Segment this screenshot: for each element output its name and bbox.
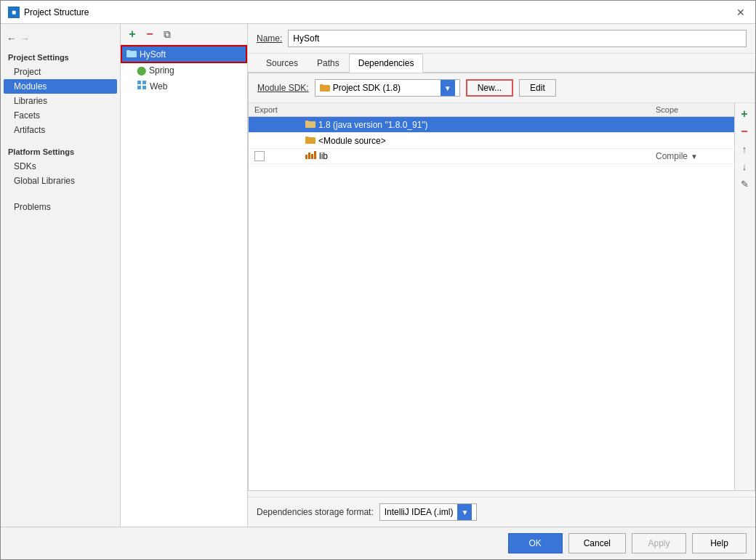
tree-item-hysoft[interactable]: HySoft [121, 45, 247, 63]
sidebar-item-libraries[interactable]: Libraries [1, 94, 120, 108]
tree-item-spring-label: Spring [149, 65, 174, 76]
table-row[interactable]: lib Compile ▼ [249, 149, 734, 164]
tree-item-web[interactable]: Web [121, 78, 247, 94]
title-bar-left: ■ Project Structure [8, 7, 89, 18]
svg-rect-5 [142, 86, 146, 89]
sdk-value: Project SDK (1.8) [333, 83, 401, 93]
sidebar-item-libraries-label: Libraries [14, 96, 47, 106]
sdk-dropdown-button[interactable]: ▼ [441, 80, 455, 96]
sdk-select[interactable]: Project SDK (1.8) ▼ [315, 79, 460, 97]
sidebar-item-sdks[interactable]: SDKs [1, 159, 120, 174]
svg-rect-4 [137, 86, 141, 89]
tab-paths-label: Paths [317, 58, 339, 68]
svg-rect-3 [142, 81, 146, 84]
sidebar-item-sdks-label: SDKs [14, 161, 36, 171]
remove-dep-button[interactable]: − [736, 123, 752, 139]
tree-item-web-label: Web [150, 81, 167, 92]
remove-module-button[interactable]: − [142, 27, 157, 41]
apply-button[interactable]: Apply [632, 533, 686, 553]
bottom-bar: OK Cancel Apply Help [1, 527, 755, 559]
scope-dropdown-icon[interactable]: ▼ [691, 153, 698, 161]
sidebar: ← → Project Settings Project Modules Lib… [1, 24, 121, 527]
spring-icon: ⬤ [137, 65, 146, 76]
sidebar-item-facets-label: Facets [14, 110, 40, 121]
col-header-scope: Scope [656, 105, 728, 114]
main-content: ← → Project Settings Project Modules Lib… [1, 24, 755, 527]
move-down-button[interactable]: ↓ [736, 158, 752, 174]
col-header-export: Export [254, 105, 305, 114]
dep-name-label: <Module source> [318, 136, 386, 146]
sidebar-item-facets[interactable]: Facets [1, 108, 120, 123]
tab-dependencies-label: Dependencies [358, 58, 414, 68]
copy-module-button[interactable]: ⧉ [160, 27, 174, 41]
table-row[interactable]: 1.8 (java version "1.8.0_91") [249, 117, 734, 133]
name-row: Name: [248, 24, 755, 54]
storage-dropdown-button[interactable]: ▼ [457, 504, 472, 520]
module-panel: + − ⧉ HySoft ⬤ Spring [121, 24, 248, 527]
tab-content-dependencies: Module SDK: Project SDK (1.8) ▼ [248, 73, 755, 491]
svg-rect-9 [305, 121, 309, 123]
add-module-button[interactable]: + [125, 27, 140, 41]
export-checkbox[interactable] [254, 151, 265, 161]
cancel-button[interactable]: Cancel [568, 533, 626, 553]
svg-rect-7 [320, 84, 323, 86]
sidebar-item-modules[interactable]: Modules [4, 79, 117, 94]
name-input[interactable] [288, 30, 747, 47]
sidebar-item-project[interactable]: Project [1, 65, 120, 79]
dep-name-col: <Module source> [305, 135, 656, 146]
dep-scope-value: Compile [656, 151, 688, 161]
right-toolbar: + − ↑ ↓ ✎ [734, 103, 755, 490]
new-button[interactable]: New... [466, 79, 513, 97]
module-source-folder-icon [305, 135, 315, 146]
dep-name-label: 1.8 (java version "1.8.0_91") [318, 120, 428, 130]
table-row[interactable]: <Module source> [249, 133, 734, 149]
col-header-name [305, 105, 656, 114]
jdk-folder-icon [305, 119, 315, 130]
tree-item-spring[interactable]: ⬤ Spring [121, 63, 247, 78]
project-settings-label: Project Settings [1, 50, 120, 65]
scope-col: Compile ▼ [656, 151, 728, 161]
sidebar-item-artifacts-label: Artifacts [14, 125, 45, 135]
close-button[interactable]: ✕ [733, 5, 748, 20]
tabs-row: Sources Paths Dependencies [248, 54, 755, 73]
storage-format-select[interactable]: IntelliJ IDEA (.iml) ▼ [379, 503, 478, 521]
back-button[interactable]: ← [7, 33, 17, 44]
move-up-button[interactable]: ↑ [736, 141, 752, 157]
sidebar-item-global-libraries[interactable]: Global Libraries [1, 174, 120, 188]
tab-paths[interactable]: Paths [307, 54, 349, 72]
forward-button[interactable]: → [20, 33, 30, 44]
dropdown-arrow-icon: ▼ [444, 84, 451, 92]
web-icon [137, 80, 147, 92]
add-dep-button[interactable]: + [736, 106, 752, 122]
tab-sources-label: Sources [266, 58, 298, 68]
export-col [254, 151, 305, 161]
folder-icon [126, 49, 137, 60]
detail-panel: Name: Sources Paths Dependencies Mo [248, 24, 755, 527]
module-tree: HySoft ⬤ Spring Web [121, 45, 247, 527]
table-header: Export Scope [249, 103, 734, 117]
sidebar-item-problems-label: Problems [14, 202, 51, 212]
project-structure-dialog: ■ Project Structure ✕ ← → Project Settin… [0, 0, 756, 560]
help-button[interactable]: Help [692, 533, 747, 553]
dependencies-table: Export Scope [249, 103, 734, 490]
sidebar-item-problems[interactable]: Problems [1, 200, 120, 214]
tab-dependencies[interactable]: Dependencies [349, 54, 424, 73]
sidebar-item-artifacts[interactable]: Artifacts [1, 123, 120, 137]
sidebar-item-project-label: Project [14, 67, 41, 77]
ok-button[interactable]: OK [508, 533, 563, 553]
tree-item-hysoft-label: HySoft [140, 49, 166, 60]
svg-rect-2 [137, 81, 141, 84]
dep-name-col: lib [305, 151, 656, 161]
platform-settings-label: Platform Settings [1, 145, 120, 159]
tab-sources[interactable]: Sources [257, 54, 307, 72]
edit-button[interactable]: Edit [519, 79, 556, 97]
lib-icon [305, 151, 316, 161]
svg-rect-1 [126, 50, 130, 52]
edit-dep-button[interactable]: ✎ [736, 176, 752, 192]
storage-dropdown-arrow: ▼ [462, 508, 469, 516]
storage-format-value: IntelliJ IDEA (.iml) [385, 507, 454, 517]
app-icon: ■ [8, 7, 20, 18]
title-bar: ■ Project Structure ✕ [1, 1, 755, 24]
dep-name-col: 1.8 (java version "1.8.0_91") [305, 119, 656, 130]
storage-format-label: Dependencies storage format: [257, 507, 374, 517]
